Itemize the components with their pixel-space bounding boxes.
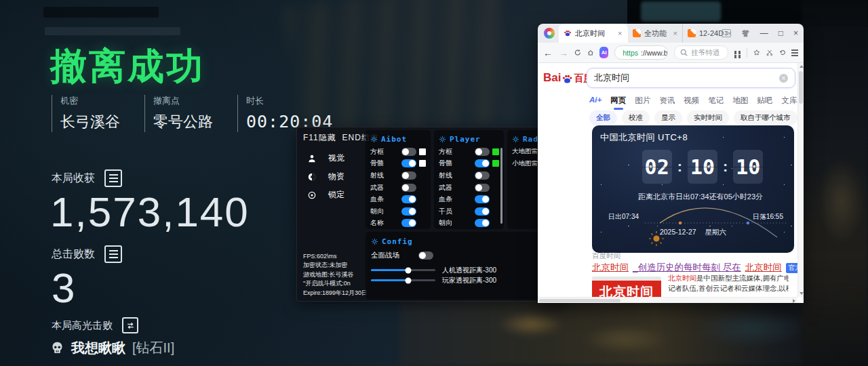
baidu-nav-item[interactable]: 贴吧 [757, 96, 772, 106]
loot-detail-button[interactable] [104, 169, 122, 187]
menu-icon[interactable] [791, 52, 798, 54]
baidu-nav-item[interactable]: 文库 [781, 96, 797, 106]
toggle-knob [475, 172, 482, 179]
color-swatch[interactable] [492, 160, 499, 167]
highlight-label: 本局高光击败 [52, 319, 113, 332]
browser-tab[interactable]: 全功能× [628, 24, 682, 43]
toolbar-search-input[interactable]: 挂爷特逍 [674, 45, 728, 60]
favorite-star-icon[interactable] [753, 48, 760, 57]
filter-chip[interactable]: 取自于哪个城市 [734, 110, 797, 125]
status-line: FPS:602\ms [303, 252, 368, 262]
scrollbar-thumb[interactable] [539, 299, 620, 302]
baidu-nav-item[interactable]: 图片 [635, 96, 650, 106]
baidu-nav-item[interactable]: 地图 [732, 96, 748, 106]
toggle-off[interactable] [401, 171, 416, 180]
browser-tab[interactable]: 北京时间× [559, 24, 628, 43]
minimize-button[interactable]: — [760, 29, 768, 37]
slider-fill [371, 269, 408, 271]
toggle-off[interactable] [401, 184, 416, 192]
toggle-knob [402, 148, 409, 155]
close-button[interactable]: × [793, 29, 798, 37]
cheat-nav-loot[interactable]: 物资 [307, 167, 344, 186]
cheat-row: 射线 [370, 169, 426, 182]
kills-detail-button[interactable] [104, 245, 122, 263]
forward-icon[interactable]: → [559, 47, 568, 58]
maximize-button[interactable]: □ [778, 29, 783, 37]
toggle-off[interactable] [401, 148, 416, 156]
filter-chip[interactable]: 实时时间 [687, 110, 729, 125]
browser-logo-icon[interactable] [544, 28, 555, 39]
cheat-nav-vision[interactable]: 视觉 [307, 149, 344, 167]
highlight-player-rank: [钻石II] [132, 339, 174, 357]
cheat-config-panel: Config 全面战场 人机透视距离-300玩家透视距离-300 [366, 232, 565, 300]
baidu-nav-item[interactable]: 网页 [610, 96, 626, 106]
background-right-edge [802, 0, 868, 366]
slider-thumb[interactable] [406, 277, 412, 283]
filter-chip[interactable]: 全部 [589, 110, 617, 125]
horizontal-scrollbar[interactable] [538, 297, 797, 303]
toggle-off[interactable] [475, 171, 490, 180]
filter-chip[interactable]: 显示 [654, 110, 682, 125]
slider-thumb[interactable] [406, 267, 412, 273]
scrollbar-thumb[interactable] [799, 71, 803, 104]
cheat-row-label: 射线 [439, 171, 472, 180]
cheat-row: 武器 [370, 182, 426, 194]
filter-chip[interactable]: 校准 [622, 110, 650, 125]
baidu-filter-chips: 全部校准显示实时时间取自于哪个城市日期实时秒表 [589, 110, 804, 125]
vertical-scrollbar[interactable] [797, 63, 804, 297]
toggle-off[interactable] [475, 184, 490, 192]
cheat-row-label: 骨骼 [370, 159, 399, 168]
download-count-badge[interactable]: 3 [722, 29, 731, 37]
site-favicon [633, 29, 641, 37]
color-swatch[interactable] [419, 160, 426, 167]
toggle-on[interactable] [475, 159, 490, 167]
toggle-on[interactable] [401, 159, 416, 167]
baidu-nav-item[interactable]: 视频 [684, 96, 699, 106]
gear-icon [512, 136, 519, 143]
time-card-title: 中国北京时间 UTC+8 [600, 131, 688, 144]
close-tab-icon[interactable]: × [673, 29, 677, 37]
clear-search-icon[interactable]: × [779, 74, 788, 83]
toggle-on[interactable] [475, 219, 490, 227]
toggle-knob [409, 160, 416, 167]
person-icon [307, 154, 317, 163]
lock-target-icon [307, 190, 317, 200]
close-tab-icon[interactable]: × [618, 29, 622, 37]
stat-label: 机密 [60, 95, 120, 107]
toggle-on[interactable] [401, 207, 416, 216]
list-icon [109, 178, 118, 179]
reload-icon[interactable] [574, 48, 581, 57]
theme-shirt-icon[interactable] [741, 29, 750, 38]
highlight-label-row: 本局高光击败 [52, 317, 138, 333]
color-swatch[interactable] [419, 148, 426, 155]
highlight-player-name: 我想瞅瞅 [71, 339, 125, 357]
toggle-on[interactable] [401, 219, 416, 227]
toggle-on[interactable] [475, 195, 490, 203]
loot-label-row: 本局收获 [52, 169, 122, 187]
tab-label: 北京时间 [575, 28, 614, 39]
highlight-switch-button[interactable] [122, 317, 138, 333]
slider-track[interactable] [371, 269, 435, 271]
back-icon[interactable]: ← [543, 47, 553, 58]
config-sliders: 人机透视距离-300玩家透视距离-300 [371, 265, 559, 285]
color-swatch[interactable] [492, 148, 499, 155]
ai-assistant-icon[interactable]: AI [599, 47, 608, 58]
apps-grid-icon[interactable] [734, 51, 737, 54]
cheat-nav-aimlock[interactable]: 锁定 [307, 186, 344, 204]
slider-track[interactable] [371, 279, 435, 281]
cheat-row: 射线 [439, 169, 499, 182]
toggle-off[interactable] [418, 251, 433, 260]
address-bar[interactable]: https://www.baidu [614, 45, 668, 60]
baidu-search-input[interactable]: 北京时间 × [587, 68, 795, 88]
baidu-nav-item[interactable]: Ai+ [589, 96, 601, 106]
screenshot-scissors-icon[interactable] [766, 48, 773, 57]
home-icon[interactable] [587, 48, 594, 57]
undo-history-icon[interactable] [779, 48, 786, 57]
search-result-title[interactable]: 北京时间_创造历史的每时每刻 尽在北京时间 官方 [592, 262, 804, 274]
toggle-on[interactable] [401, 195, 416, 203]
toggle-on[interactable] [475, 207, 490, 216]
flip-clock: 02 : 10 : 10 [592, 150, 794, 184]
baidu-nav-item[interactable]: 资讯 [659, 96, 675, 106]
baidu-nav-item[interactable]: 笔记 [708, 96, 724, 106]
toggle-off[interactable] [475, 148, 490, 156]
